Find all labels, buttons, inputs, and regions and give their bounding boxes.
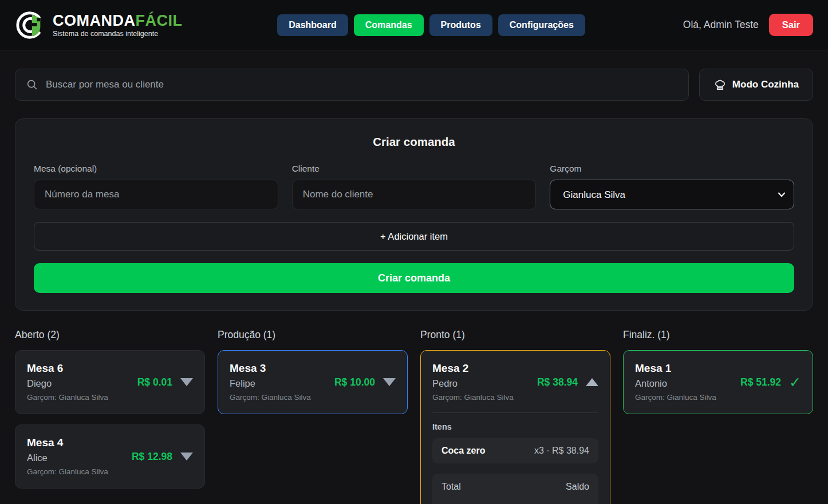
navbar: COMANDAFÁCIL Sistema de comandas intelig… xyxy=(0,0,828,50)
comanda-card-mesa-4[interactable]: Mesa 4 Alice Garçom: Gianluca Silva R$ 1… xyxy=(15,424,205,489)
item-row: Coca zero x3 · R$ 38.94 xyxy=(432,438,598,463)
comanda-card-mesa-2[interactable]: Mesa 2 Pedro Garçom: Gianluca Silva R$ 3… xyxy=(420,350,610,504)
card-mesa-title: Mesa 4 xyxy=(27,435,108,450)
card-cliente: Alice xyxy=(27,450,108,465)
totals-row: Total Saldo xyxy=(432,474,598,504)
nav-tab-configuracoes[interactable]: Configurações xyxy=(498,14,585,36)
card-garcom: Garçom: Gianluca Silva xyxy=(27,466,108,478)
brand: COMANDAFÁCIL Sistema de comandas intelig… xyxy=(15,10,221,41)
mesa-input[interactable] xyxy=(34,180,278,209)
total-label: Total xyxy=(441,482,461,492)
itens-label: Itens xyxy=(432,422,598,431)
collapse-down-icon[interactable] xyxy=(383,378,396,386)
nav-tab-produtos[interactable]: Produtos xyxy=(429,14,492,36)
garcom-label: Garçom xyxy=(550,164,794,174)
cliente-input[interactable] xyxy=(292,180,537,209)
create-comanda-button[interactable]: Criar comanda xyxy=(34,263,794,293)
item-qty-price: x3 · R$ 38.94 xyxy=(534,446,589,456)
card-expanded-section: Itens Coca zero x3 · R$ 38.94 Total Sald… xyxy=(432,412,598,504)
nav-tab-comandas[interactable]: Comandas xyxy=(354,14,424,36)
garcom-select[interactable]: Gianluca Silva xyxy=(550,180,794,209)
collapse-up-icon[interactable] xyxy=(586,378,598,386)
chef-hat-icon xyxy=(713,78,727,92)
card-mesa-title: Mesa 3 xyxy=(230,361,311,376)
create-comanda-panel: Criar comanda Mesa (opcional) Cliente Ga… xyxy=(15,118,813,311)
card-cliente: Antonio xyxy=(635,376,716,391)
cliente-label: Cliente xyxy=(292,164,537,174)
comanda-card-mesa-1[interactable]: Mesa 1 Antonio Garçom: Gianluca Silva R$… xyxy=(623,350,813,414)
card-garcom: Garçom: Gianluca Silva xyxy=(635,392,716,403)
brand-tagline: Sistema de comandas inteligente xyxy=(53,30,182,38)
column-producao: Produção (1) Mesa 3 Felipe Garçom: Gianl… xyxy=(218,329,408,424)
comanda-card-mesa-6[interactable]: Mesa 6 Diego Garçom: Gianluca Silva R$ 0… xyxy=(15,350,205,414)
column-finalizada: Finaliz. (1) Mesa 1 Antonio Garçom: Gian… xyxy=(623,329,813,424)
column-title: Aberto (2) xyxy=(15,329,205,341)
column-pronto: Pronto (1) Mesa 2 Pedro Garçom: Gianluca… xyxy=(420,329,610,504)
card-cliente: Pedro xyxy=(432,376,514,391)
logout-button[interactable]: Sair xyxy=(769,14,813,36)
search-icon xyxy=(26,78,38,91)
search-bar[interactable] xyxy=(15,69,689,101)
brand-name: COMANDAFÁCIL xyxy=(53,12,182,29)
card-valor: R$ 38.94 xyxy=(537,376,578,388)
kitchen-mode-button[interactable]: Modo Cozinha xyxy=(699,69,813,101)
comandas-board: Aberto (2) Mesa 6 Diego Garçom: Gianluca… xyxy=(15,329,813,504)
comanda-card-mesa-3[interactable]: Mesa 3 Felipe Garçom: Gianluca Silva R$ … xyxy=(218,350,408,414)
card-garcom: Garçom: Gianluca Silva xyxy=(27,392,108,403)
card-cliente: Felipe xyxy=(230,376,311,391)
card-garcom: Garçom: Gianluca Silva xyxy=(432,392,514,403)
saldo-label: Saldo xyxy=(566,482,589,492)
column-title: Pronto (1) xyxy=(420,329,610,341)
card-mesa-title: Mesa 6 xyxy=(27,361,108,376)
card-valor: R$ 51.92 xyxy=(740,376,781,388)
column-title: Produção (1) xyxy=(218,329,408,341)
card-cliente: Diego xyxy=(27,376,108,391)
brand-logo-icon xyxy=(15,10,46,41)
column-aberto: Aberto (2) Mesa 6 Diego Garçom: Gianluca… xyxy=(15,329,205,499)
card-valor: R$ 10.00 xyxy=(334,376,375,388)
card-mesa-title: Mesa 2 xyxy=(432,361,514,376)
card-valor: R$ 12.98 xyxy=(132,451,172,463)
column-title: Finaliz. (1) xyxy=(623,329,813,341)
user-area: Olá, Admin Teste Sair xyxy=(641,14,813,36)
main-nav: Dashboard Comandas Produtos Configuraçõe… xyxy=(277,14,585,36)
kitchen-mode-label: Modo Cozinha xyxy=(732,79,799,90)
collapse-down-icon[interactable] xyxy=(180,378,193,386)
user-greeting: Olá, Admin Teste xyxy=(683,19,759,31)
mesa-label: Mesa (opcional) xyxy=(34,164,278,174)
panel-title: Criar comanda xyxy=(34,135,794,149)
card-valor: R$ 0.01 xyxy=(137,376,172,388)
nav-tab-dashboard[interactable]: Dashboard xyxy=(277,14,348,36)
card-mesa-title: Mesa 1 xyxy=(635,361,716,376)
card-garcom: Garçom: Gianluca Silva xyxy=(230,392,311,403)
add-item-button[interactable]: + Adicionar item xyxy=(34,222,794,251)
collapse-down-icon[interactable] xyxy=(180,453,193,461)
search-input[interactable] xyxy=(46,79,678,90)
item-name: Coca zero xyxy=(441,446,485,456)
check-icon: ✓ xyxy=(789,376,801,388)
toolbar: Modo Cozinha xyxy=(15,69,813,101)
